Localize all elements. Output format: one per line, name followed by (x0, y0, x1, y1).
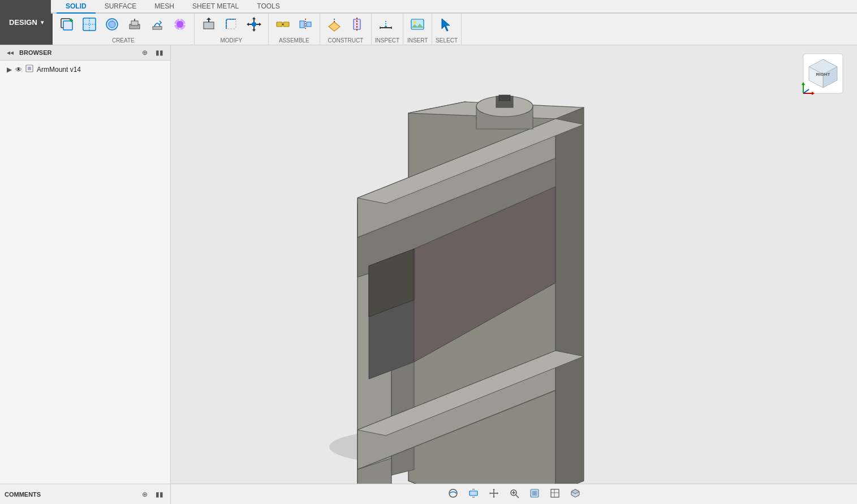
inspect-icons (375, 12, 399, 36)
svg-line-93 (516, 495, 519, 498)
app: SOLID SURFACE MESH SHEET METAL TOOLS DES… (0, 0, 857, 504)
create-form-button[interactable] (101, 15, 123, 34)
svg-rect-22 (226, 19, 236, 29)
svg-marker-89 (493, 497, 495, 498)
svg-point-23 (252, 22, 256, 27)
browser-settings-button[interactable]: ⊕ (140, 48, 150, 58)
axis-icon (349, 16, 365, 32)
play-icon: ▶ (7, 66, 12, 74)
toolbar: SOLID SURFACE MESH SHEET METAL TOOLS DES… (0, 0, 857, 45)
modify-label: MODIFY (198, 36, 265, 44)
svg-point-14 (176, 21, 183, 28)
main-area: ◂◂ BROWSER ⊕ ▮▮ ▶ 👁 ArmMount v14 (0, 45, 857, 504)
browser-item-armmount[interactable]: ▶ 👁 ArmMount v14 (5, 63, 166, 76)
component-icon (25, 64, 33, 74)
insert-image-icon (410, 16, 425, 32)
tab-tools[interactable]: TOOLS (248, 0, 288, 14)
plane-button[interactable] (324, 15, 345, 34)
pan-button[interactable] (485, 486, 502, 502)
create-label: CREATE (56, 36, 191, 44)
effects-button[interactable] (169, 15, 191, 34)
design-button[interactable]: DESIGN ▾ (0, 0, 53, 45)
fillet-button[interactable] (221, 15, 242, 34)
view-cube-button[interactable] (567, 486, 584, 502)
eye-icon: 👁 (15, 66, 22, 74)
measure-icon (378, 16, 394, 32)
tab-bar: SOLID SURFACE MESH SHEET METAL TOOLS (51, 0, 857, 14)
push-pull-icon (201, 16, 217, 32)
fillet-icon (223, 16, 239, 32)
svg-rect-4 (83, 18, 96, 31)
nav-cube[interactable]: RIGHT (800, 51, 846, 96)
create-sketch-icon (81, 16, 97, 32)
status-bar (171, 484, 857, 504)
modify-section: MODIFY (195, 10, 269, 45)
plane-icon (326, 16, 342, 32)
svg-rect-49 (28, 67, 31, 70)
zoom-button[interactable] (506, 486, 523, 502)
joint-icon (275, 16, 291, 32)
svg-text:RIGHT: RIGHT (816, 72, 830, 77)
3d-model (171, 45, 857, 504)
joint-button[interactable] (272, 15, 294, 34)
modify-icons (198, 12, 265, 36)
construct-label: CONSTRUCT (324, 36, 368, 44)
select-button[interactable] (436, 15, 457, 34)
construct-section: CONSTRUCT (320, 10, 372, 45)
axis-button[interactable] (346, 15, 368, 34)
comments-panel: COMMENTS ⊕ ▮▮ (0, 484, 170, 504)
svg-rect-19 (204, 22, 214, 29)
revolve-button[interactable] (147, 15, 168, 34)
svg-rect-33 (283, 22, 289, 27)
browser-title: BROWSER (19, 49, 136, 56)
extrude-button[interactable] (124, 15, 145, 34)
push-pull-button[interactable] (198, 15, 219, 34)
svg-rect-46 (411, 19, 424, 29)
insert-image-button[interactable] (407, 15, 428, 34)
assemble-section: ASSEMBLE (269, 10, 320, 45)
assemble-icons (272, 12, 316, 36)
tab-mesh[interactable]: MESH (145, 0, 183, 14)
tab-surface[interactable]: SURFACE (96, 0, 146, 14)
svg-rect-98 (551, 489, 559, 497)
grid-button[interactable] (546, 486, 563, 502)
create-section: CREATE (53, 10, 195, 45)
svg-marker-91 (497, 492, 498, 494)
svg-marker-53 (555, 107, 584, 492)
svg-rect-35 (300, 21, 304, 28)
display-settings-button[interactable] (526, 486, 543, 502)
select-icons (436, 12, 458, 36)
new-component-icon (59, 16, 75, 32)
inspect-section: INSPECT (372, 10, 403, 45)
tab-solid[interactable]: SOLID (57, 0, 96, 14)
svg-rect-12 (153, 27, 162, 29)
construct-icons (324, 12, 368, 36)
effects-icon (172, 16, 188, 32)
svg-rect-10 (131, 21, 138, 25)
extrude-icon (127, 16, 143, 32)
insert-icons (407, 12, 428, 36)
move-icon (246, 16, 262, 32)
fit-button[interactable] (465, 486, 482, 502)
browser-collapse-button[interactable]: ◂◂ (5, 48, 16, 58)
svg-point-47 (414, 21, 416, 24)
svg-rect-85 (470, 491, 477, 496)
measure-button[interactable] (375, 15, 397, 34)
move-button[interactable] (243, 15, 265, 34)
insert-section: INSERT (403, 10, 432, 45)
orbit-button[interactable] (445, 486, 462, 502)
align-button[interactable] (295, 15, 316, 34)
comments-pin-button[interactable]: ▮▮ (153, 489, 166, 499)
tab-sheet-metal[interactable]: SHEET METAL (183, 0, 248, 14)
create-form-icon (104, 16, 120, 32)
new-component-button[interactable] (56, 15, 77, 34)
comments-add-button[interactable]: ⊕ (140, 489, 150, 499)
align-icon (298, 16, 313, 32)
svg-rect-72 (499, 95, 510, 101)
browser-pin-button[interactable]: ▮▮ (153, 48, 166, 58)
create-sketch-button[interactable] (79, 15, 100, 34)
viewport[interactable]: RIGHT (171, 45, 857, 504)
select-icon (438, 16, 454, 32)
revolve-icon (149, 16, 165, 32)
left-panel: ◂◂ BROWSER ⊕ ▮▮ ▶ 👁 ArmMount v14 (0, 45, 171, 504)
